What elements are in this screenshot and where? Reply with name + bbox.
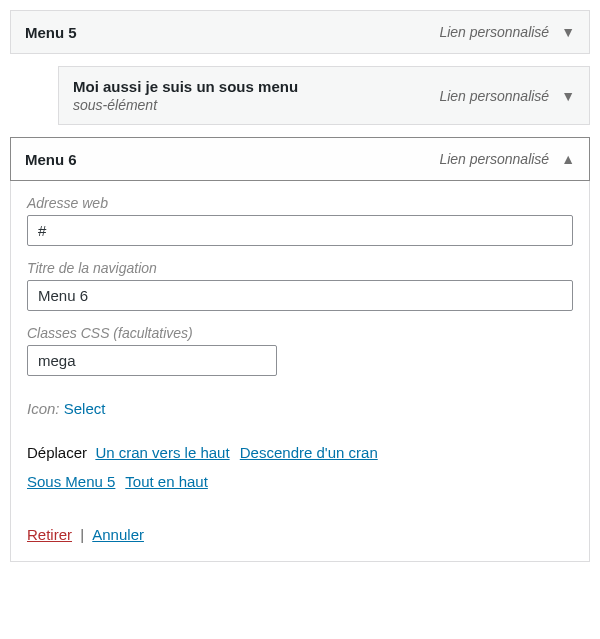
chevron-up-icon[interactable]: ▲ bbox=[561, 151, 575, 167]
url-input[interactable] bbox=[27, 215, 573, 246]
cancel-link[interactable]: Annuler bbox=[92, 526, 144, 543]
icon-label: Icon: bbox=[27, 400, 60, 417]
icon-row: Icon: Select bbox=[27, 400, 573, 417]
field-css-classes: Classes CSS (facultatives) bbox=[27, 325, 573, 376]
menu-item-type: Lien personnalisé bbox=[439, 151, 549, 167]
menu-item-header[interactable]: Menu 5 Lien personnalisé ▼ bbox=[10, 10, 590, 54]
menu-item-menu5: Menu 5 Lien personnalisé ▼ bbox=[10, 10, 590, 54]
nav-title-input[interactable] bbox=[27, 280, 573, 311]
css-classes-input[interactable] bbox=[27, 345, 277, 376]
css-classes-label: Classes CSS (facultatives) bbox=[27, 325, 573, 341]
separator: | bbox=[80, 526, 84, 543]
move-top-link[interactable]: Tout en haut bbox=[125, 473, 208, 490]
move-under-link[interactable]: Sous Menu 5 bbox=[27, 473, 115, 490]
chevron-down-icon[interactable]: ▼ bbox=[561, 88, 575, 104]
menu-item-type: Lien personnalisé bbox=[439, 24, 549, 40]
move-down-link[interactable]: Descendre d'un cran bbox=[240, 444, 378, 461]
nav-title-label: Titre de la navigation bbox=[27, 260, 573, 276]
menu-item-header[interactable]: Menu 6 Lien personnalisé ▲ bbox=[10, 137, 590, 181]
url-label: Adresse web bbox=[27, 195, 573, 211]
menu-item-type: Lien personnalisé bbox=[439, 88, 549, 104]
menu-item-title: Moi aussi je suis un sous menu sous-élém… bbox=[73, 78, 439, 113]
move-row: Déplacer Un cran vers le haut Descendre … bbox=[27, 439, 573, 496]
icon-select-link[interactable]: Select bbox=[64, 400, 106, 417]
menu-item-settings-panel: Adresse web Titre de la navigation Class… bbox=[10, 181, 590, 562]
field-nav-title: Titre de la navigation bbox=[27, 260, 573, 311]
field-url: Adresse web bbox=[27, 195, 573, 246]
menu-item-title: Menu 5 bbox=[25, 24, 439, 41]
menu-item-title-text: Moi aussi je suis un sous menu bbox=[73, 78, 298, 95]
chevron-down-icon[interactable]: ▼ bbox=[561, 24, 575, 40]
menu-item-subtitle: sous-élément bbox=[73, 97, 439, 113]
remove-link[interactable]: Retirer bbox=[27, 526, 72, 543]
move-up-link[interactable]: Un cran vers le haut bbox=[95, 444, 229, 461]
menu-item-submenu: Moi aussi je suis un sous menu sous-élém… bbox=[58, 66, 590, 125]
menu-item-title: Menu 6 bbox=[25, 151, 439, 168]
move-label: Déplacer bbox=[27, 444, 87, 461]
action-row: Retirer | Annuler bbox=[27, 526, 573, 543]
menu-item-menu6: Menu 6 Lien personnalisé ▲ Adresse web T… bbox=[10, 137, 590, 562]
menu-item-header[interactable]: Moi aussi je suis un sous menu sous-élém… bbox=[58, 66, 590, 125]
